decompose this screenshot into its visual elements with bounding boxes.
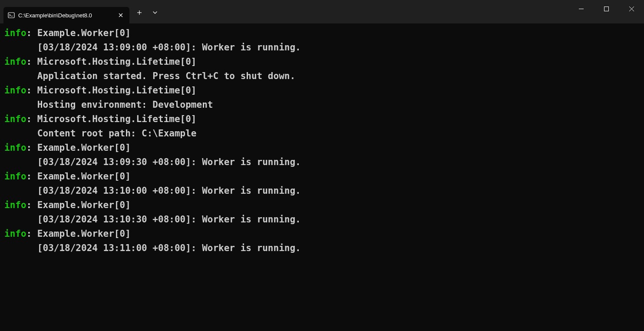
cursor-line xyxy=(4,255,640,270)
log-message: [03/18/2024 13:10:30 +08:00]: Worker is … xyxy=(4,214,301,225)
log-level: info xyxy=(4,142,26,153)
log-level: info xyxy=(4,228,26,239)
log-source: : Example.Worker[0] xyxy=(26,142,131,153)
terminal-output[interactable]: info: Example.Worker[0] [03/18/2024 13:0… xyxy=(0,23,644,331)
terminal-tab[interactable]: C:\Example\bin\Debug\net8.0 xyxy=(3,7,129,23)
log-entry-header: info: Microsoft.Hosting.Lifetime[0] xyxy=(4,55,640,69)
log-entry-header: info: Example.Worker[0] xyxy=(4,198,640,212)
log-level: info xyxy=(4,85,26,96)
log-entry-header: info: Microsoft.Hosting.Lifetime[0] xyxy=(4,112,640,126)
log-source: : Microsoft.Hosting.Lifetime[0] xyxy=(26,85,197,96)
tab-dropdown-button[interactable] xyxy=(148,4,162,21)
log-level: info xyxy=(4,28,26,38)
svg-rect-0 xyxy=(8,13,14,18)
log-entry-header: info: Example.Worker[0] xyxy=(4,169,640,184)
log-entry-header: info: Example.Worker[0] xyxy=(4,26,640,40)
log-message: [03/18/2024 13:11:00 +08:00]: Worker is … xyxy=(4,243,301,253)
terminal-icon xyxy=(8,12,15,19)
log-source: : Microsoft.Hosting.Lifetime[0] xyxy=(26,114,197,124)
tab-close-button[interactable] xyxy=(116,11,125,20)
minimize-button[interactable] xyxy=(568,0,594,17)
log-entry-message: [03/18/2024 13:10:30 +08:00]: Worker is … xyxy=(4,212,640,227)
log-level: info xyxy=(4,171,26,182)
log-message: [03/18/2024 13:09:00 +08:00]: Worker is … xyxy=(4,42,301,53)
log-entry-header: info: Example.Worker[0] xyxy=(4,141,640,155)
log-source: : Example.Worker[0] xyxy=(26,228,131,239)
tab-region: C:\Example\bin\Debug\net8.0 xyxy=(0,0,129,23)
log-level: info xyxy=(4,200,26,210)
window-close-button[interactable] xyxy=(619,0,644,17)
new-tab-button[interactable] xyxy=(131,4,148,21)
svg-rect-7 xyxy=(604,7,608,11)
log-entry-message: Application started. Press Ctrl+C to shu… xyxy=(4,69,640,83)
log-message: Application started. Press Ctrl+C to shu… xyxy=(4,71,295,81)
log-message: [03/18/2024 13:10:00 +08:00]: Worker is … xyxy=(4,185,301,196)
log-entry-message: [03/18/2024 13:10:00 +08:00]: Worker is … xyxy=(4,184,640,198)
log-source: : Example.Worker[0] xyxy=(26,171,131,182)
log-entry-message: Content root path: C:\Example xyxy=(4,126,640,141)
log-source: : Example.Worker[0] xyxy=(26,28,131,38)
log-message: Content root path: C:\Example xyxy=(4,128,197,139)
log-entry-message: [03/18/2024 13:11:00 +08:00]: Worker is … xyxy=(4,241,640,255)
log-level: info xyxy=(4,114,26,124)
tab-title: C:\Example\bin\Debug\net8.0 xyxy=(18,12,113,19)
log-entry-header: info: Example.Worker[0] xyxy=(4,227,640,241)
log-entry-message: [03/18/2024 13:09:30 +08:00]: Worker is … xyxy=(4,155,640,169)
log-entry-header: info: Microsoft.Hosting.Lifetime[0] xyxy=(4,83,640,98)
log-level: info xyxy=(4,56,26,67)
log-source: : Microsoft.Hosting.Lifetime[0] xyxy=(26,56,197,67)
log-entry-message: Hosting environment: Development xyxy=(4,98,640,112)
log-message: Hosting environment: Development xyxy=(4,99,213,110)
log-source: : Example.Worker[0] xyxy=(26,200,131,210)
maximize-button[interactable] xyxy=(594,0,619,17)
window-controls xyxy=(568,0,644,17)
log-entry-message: [03/18/2024 13:09:00 +08:00]: Worker is … xyxy=(4,40,640,55)
titlebar: C:\Example\bin\Debug\net8.0 xyxy=(0,0,644,23)
log-message: [03/18/2024 13:09:30 +08:00]: Worker is … xyxy=(4,157,301,167)
